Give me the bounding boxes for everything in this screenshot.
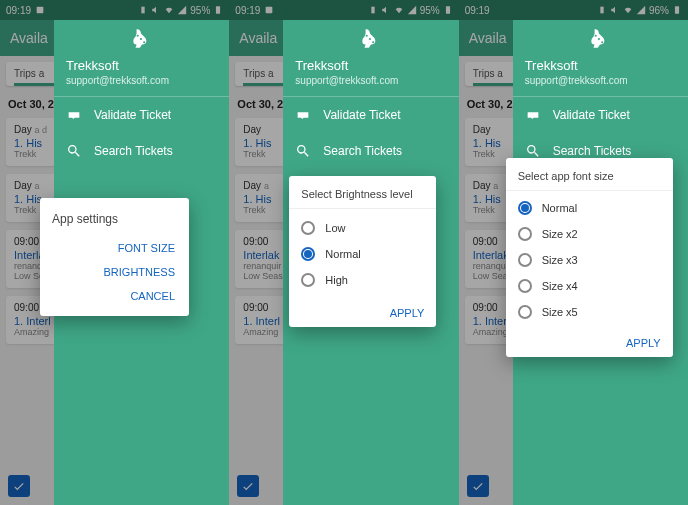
radio-icon <box>518 279 532 293</box>
app-logo <box>54 26 229 52</box>
svg-point-12 <box>598 38 600 40</box>
drawer-email: support@trekksoft.com <box>66 75 217 86</box>
phone-2: 09:19 95% Availa Trips a Oct 30, 2 Day1.… <box>229 0 458 505</box>
font-x3[interactable]: Size x3 <box>506 247 673 273</box>
font-size-action[interactable]: FONT SIZE <box>112 236 181 260</box>
cancel-action[interactable]: CANCEL <box>124 284 181 308</box>
svg-point-8 <box>369 38 371 40</box>
svg-point-9 <box>372 41 374 43</box>
phone-1: 09:19 95% Availa Trips a Oct 30, 2 Day a… <box>0 0 229 505</box>
radio-icon <box>518 227 532 241</box>
brightness-normal[interactable]: Normal <box>289 241 436 267</box>
dialog-title: Select app font size <box>506 158 673 191</box>
radio-icon <box>518 253 532 267</box>
boot-icon <box>129 26 155 52</box>
radio-icon <box>301 273 315 287</box>
apply-button[interactable]: APPLY <box>289 299 436 327</box>
app-settings-dialog: App settings FONT SIZE BRIGHTNESS CANCEL <box>40 198 189 316</box>
search-icon <box>66 143 82 159</box>
font-normal[interactable]: Normal <box>506 195 673 221</box>
drawer-search[interactable]: Search Tickets <box>54 133 229 169</box>
radio-icon <box>518 201 532 215</box>
brightness-low[interactable]: Low <box>289 215 436 241</box>
radio-icon <box>301 221 315 235</box>
svg-point-11 <box>595 35 597 37</box>
svg-point-2 <box>136 35 138 37</box>
svg-point-4 <box>143 41 145 43</box>
font-x5[interactable]: Size x5 <box>506 299 673 325</box>
dialog-title: Select Brightness level <box>289 176 436 209</box>
apply-button[interactable]: APPLY <box>506 329 673 357</box>
svg-point-3 <box>139 38 141 40</box>
brightness-high[interactable]: High <box>289 267 436 293</box>
brightness-dialog: Select Brightness level Low Normal High … <box>289 176 436 327</box>
drawer-title: Trekksoft <box>66 58 217 73</box>
svg-point-7 <box>366 35 368 37</box>
font-size-dialog: Select app font size Normal Size x2 Size… <box>506 158 673 357</box>
font-x4[interactable]: Size x4 <box>506 273 673 299</box>
font-x2[interactable]: Size x2 <box>506 221 673 247</box>
dialog-title: App settings <box>40 198 189 232</box>
phone-3: 09:19 96% Availa Trips a Oct 30, 2 Day1.… <box>459 0 688 505</box>
brightness-action[interactable]: BRIGHTNESS <box>97 260 181 284</box>
svg-point-13 <box>601 41 603 43</box>
radio-icon <box>301 247 315 261</box>
radio-icon <box>518 305 532 319</box>
drawer-validate[interactable]: Validate Ticket <box>54 97 229 133</box>
ticket-icon <box>66 107 82 123</box>
